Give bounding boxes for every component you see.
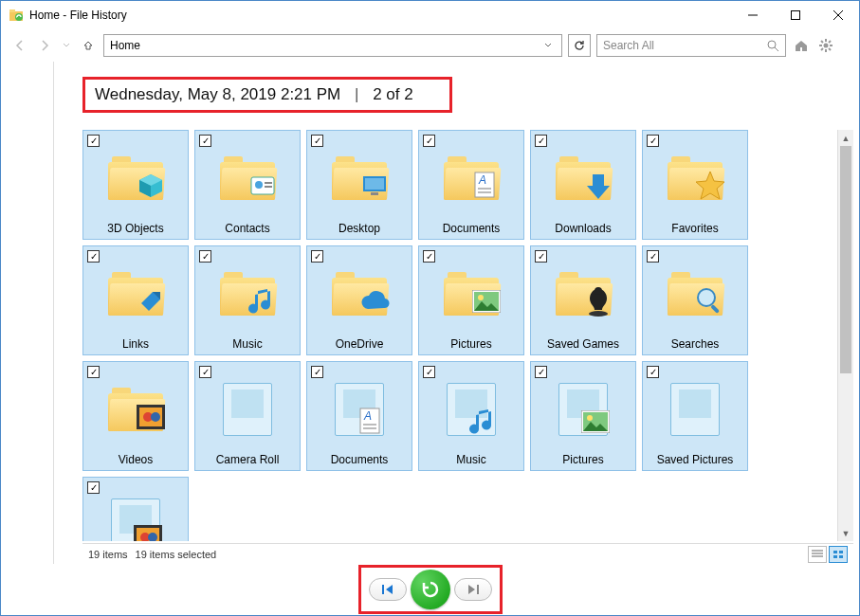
restore-button[interactable] [411,570,450,609]
list-item[interactable]: ✓ADocuments [418,130,524,240]
icons-view-button[interactable] [829,546,848,563]
item-icon [101,250,170,337]
details-view-button[interactable] [808,546,827,563]
overlay-icon [135,285,167,317]
scroll-track[interactable] [838,146,853,525]
list-item[interactable]: ✓OneDrive [306,245,412,355]
status-bar: 19 items 19 items selected [82,543,853,564]
svg-rect-54 [833,551,837,553]
checkbox[interactable]: ✓ [647,250,659,263]
list-item[interactable]: ✓Videos [82,361,189,471]
svg-line-16 [821,48,823,50]
search-box[interactable]: Search All [596,34,786,57]
search-icon [767,40,779,52]
list-item[interactable]: ✓Links [82,245,189,355]
sidebar [1,62,54,564]
checkbox[interactable]: ✓ [535,135,547,147]
list-item[interactable]: ✓3D Objects [82,130,189,240]
address-text: Home [110,39,540,52]
svg-rect-23 [365,178,384,190]
close-button[interactable] [816,1,859,29]
list-item[interactable]: ✓Music [194,245,301,355]
checkbox[interactable]: ✓ [535,250,547,263]
home-icon[interactable] [792,36,811,55]
address-dropdown-icon[interactable] [540,42,556,49]
item-icon [213,135,282,222]
address-bar[interactable]: Home [103,34,562,57]
overlay-icon [244,406,276,438]
checkbox[interactable]: ✓ [647,135,659,147]
checkbox[interactable]: ✓ [647,366,659,378]
scroll-thumb[interactable] [840,146,851,373]
scrollbar[interactable]: ▲ ▼ [837,130,853,541]
window-title: Home - File History [29,9,731,22]
up-button[interactable] [79,36,98,55]
next-version-button[interactable] [454,578,492,601]
playback-bar [1,564,859,615]
checkbox[interactable]: ✓ [423,135,435,147]
list-item[interactable]: ✓Pictures [530,361,636,471]
overlay-icon: A [356,406,388,438]
snapshot-position: 2 of 2 [373,85,413,103]
overlay-icon [579,406,612,438]
list-item[interactable]: ✓Saved Games [530,245,636,355]
item-icon [661,366,729,453]
toolbar: Home Search All [1,29,859,62]
list-item[interactable]: ✓ADocuments [306,361,412,471]
item-label: Saved Pictures [647,453,743,466]
checkbox[interactable]: ✓ [199,250,211,263]
item-icon [549,366,617,453]
list-item[interactable]: ✓Saved Pictures [642,361,748,471]
item-icon [213,366,282,453]
scroll-down-button[interactable]: ▼ [838,525,853,541]
back-button[interactable] [10,36,29,55]
forward-button[interactable] [35,36,54,55]
list-item[interactable]: ✓Contacts [194,130,301,240]
overlay-icon [247,170,279,202]
list-item[interactable]: ✓Searches [642,245,748,355]
overlay-icon [694,285,726,317]
checkbox[interactable]: ✓ [423,250,435,263]
checkbox[interactable]: ✓ [311,135,323,147]
list-item[interactable]: ✓Pictures [418,245,524,355]
settings-icon[interactable] [816,36,835,55]
scroll-up-button[interactable]: ▲ [838,130,853,146]
list-item[interactable]: ✓Videos [82,477,189,541]
svg-point-32 [589,311,608,317]
item-icon [549,250,617,337]
list-item[interactable]: ✓Favorites [642,130,748,240]
checkbox[interactable]: ✓ [311,366,323,378]
minimize-button[interactable] [731,1,774,29]
list-item[interactable]: ✓Desktop [306,130,412,240]
checkbox[interactable]: ✓ [535,366,547,378]
checkbox[interactable]: ✓ [87,366,100,378]
checkbox[interactable]: ✓ [423,366,435,378]
checkbox[interactable]: ✓ [199,135,211,147]
checkbox[interactable]: ✓ [311,250,323,263]
svg-rect-24 [371,192,378,195]
item-label: OneDrive [311,337,408,351]
svg-rect-42 [363,424,376,426]
grid-wrap: ✓3D Objects✓Contacts✓Desktop✓ADocuments✓… [82,130,853,541]
item-icon [101,135,170,222]
history-dropdown[interactable] [60,36,73,55]
overlay-icon [582,285,614,317]
checkbox[interactable]: ✓ [87,250,100,263]
snapshot-date: Wednesday, May 8, 2019 2:21 PM [95,85,340,103]
separator: | [355,85,358,103]
content: Wednesday, May 8, 2019 2:21 PM | 2 of 2 … [54,62,859,564]
svg-line-14 [821,41,823,43]
item-icon [101,366,170,453]
previous-version-button[interactable] [369,578,407,601]
overlay-icon [135,401,167,433]
list-item[interactable]: ✓Camera Roll [194,361,301,471]
list-item[interactable]: ✓Downloads [530,130,636,240]
checkbox[interactable]: ✓ [199,366,211,378]
item-label: Contacts [199,222,296,235]
maximize-button[interactable] [774,1,816,29]
item-label: Favorites [647,222,743,235]
checkbox[interactable]: ✓ [87,135,100,147]
checkbox[interactable]: ✓ [87,481,100,494]
refresh-button[interactable] [568,34,591,57]
list-item[interactable]: ✓Music [418,361,524,471]
